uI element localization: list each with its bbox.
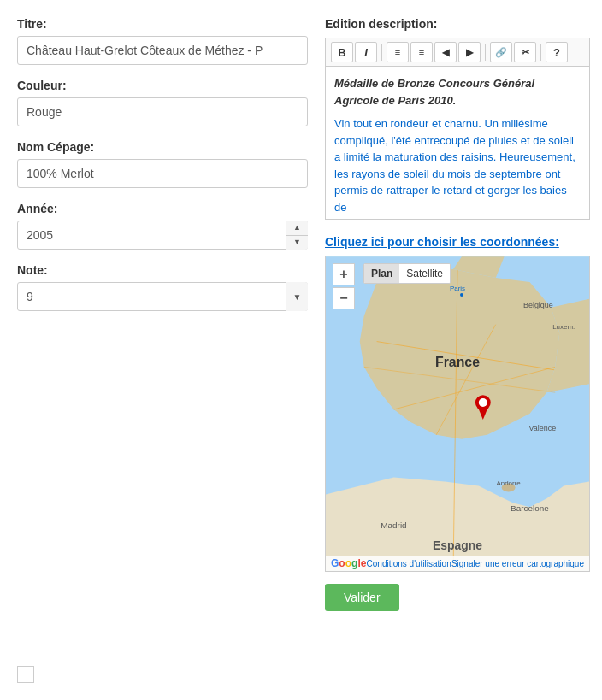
right-column: Edition description: B I ≡ ≡ ◀ ▶ 🔗 ✂ ? M…	[325, 17, 590, 611]
svg-text:Valence: Valence	[529, 424, 557, 432]
zoom-in-button[interactable]: +	[333, 263, 355, 285]
svg-text:Barcelone: Barcelone	[511, 503, 549, 513]
map-satellite-button[interactable]: Satellite	[399, 264, 450, 283]
annee-field-group: Année: ▲ ▼	[17, 202, 308, 250]
note-select-wrap: 1 2 3 4 5 6 7 8 9 10 ▼	[17, 282, 308, 311]
annee-increment-button[interactable]: ▲	[286, 221, 308, 236]
map-svg: France Belgique Luxem. Andorre Barcelone…	[326, 256, 589, 571]
map-plan-button[interactable]: Plan	[364, 264, 399, 283]
edition-title: Edition description:	[325, 17, 590, 31]
editor-normal-text: Vin tout en rondeur et charnu. Un millés…	[334, 115, 581, 215]
left-column: Titre: Couleur: Nom Cépage: Année: ▲ ▼ N…	[17, 17, 308, 325]
svg-point-20	[460, 293, 463, 297]
annee-decrement-button[interactable]: ▼	[286, 236, 308, 250]
toolbar-separator-2	[485, 44, 486, 61]
unordered-list-button[interactable]: ≡	[410, 42, 433, 62]
cepage-field-group: Nom Cépage:	[17, 140, 308, 188]
cepage-input[interactable]	[17, 159, 308, 188]
titre-input[interactable]	[17, 36, 308, 65]
coords-title[interactable]: Cliquez ici pour choisir les coordonnées…	[325, 235, 590, 249]
editor-content[interactable]: Médaille de Bronze Concours Général Agri…	[325, 66, 590, 220]
note-select[interactable]: 1 2 3 4 5 6 7 8 9 10	[17, 282, 308, 311]
validate-button[interactable]: Valider	[325, 584, 399, 611]
map-conditions-link[interactable]: Conditions d'utilisation	[367, 559, 452, 568]
couleur-field-group: Couleur:	[17, 79, 308, 126]
couleur-input[interactable]	[17, 97, 308, 126]
bold-button[interactable]: B	[331, 42, 353, 62]
map-container[interactable]: France Belgique Luxem. Andorre Barcelone…	[325, 256, 590, 572]
footer-decoration	[17, 666, 34, 683]
svg-text:Paris: Paris	[450, 285, 465, 292]
google-logo: Google	[331, 557, 366, 569]
svg-text:France: France	[435, 355, 480, 369]
map-error-link[interactable]: Signaler une erreur cartographique	[452, 559, 584, 568]
annee-spinner-buttons: ▲ ▼	[286, 221, 308, 250]
map-footer: Google Conditions d'utilisation Signaler…	[326, 556, 589, 571]
svg-text:Andorre: Andorre	[496, 479, 521, 487]
svg-text:Espagne: Espagne	[433, 538, 482, 552]
cepage-label: Nom Cépage:	[17, 140, 308, 154]
note-field-group: Note: 1 2 3 4 5 6 7 8 9 10 ▼	[17, 263, 308, 311]
svg-point-23	[479, 398, 487, 407]
annee-input[interactable]	[17, 221, 308, 250]
map-controls: + −	[333, 263, 355, 311]
annee-label: Année:	[17, 202, 308, 215]
couleur-label: Couleur:	[17, 79, 308, 92]
italic-button[interactable]: I	[355, 42, 377, 62]
ordered-list-button[interactable]: ≡	[387, 42, 409, 62]
annee-spinner: ▲ ▼	[17, 221, 308, 250]
link-button[interactable]: 🔗	[490, 42, 512, 62]
indent-button[interactable]: ▶	[458, 42, 481, 62]
editor-bold-text: Médaille de Bronze Concours Général Agri…	[334, 75, 581, 109]
editor-toolbar: B I ≡ ≡ ◀ ▶ 🔗 ✂ ?	[325, 38, 590, 66]
svg-text:Madrid: Madrid	[381, 521, 406, 530]
toolbar-separator-1	[381, 44, 382, 61]
toolbar-separator-3	[540, 44, 541, 61]
svg-text:Luxem.: Luxem.	[552, 323, 575, 331]
map-type-toggle: Plan Satellite	[363, 263, 451, 284]
titre-label: Titre:	[17, 17, 308, 31]
outdent-button[interactable]: ◀	[434, 42, 457, 62]
note-label: Note:	[17, 263, 308, 277]
svg-text:Belgique: Belgique	[523, 301, 553, 309]
zoom-out-button[interactable]: −	[333, 287, 355, 309]
titre-field-group: Titre:	[17, 17, 308, 65]
help-button[interactable]: ?	[546, 42, 568, 62]
unlink-button[interactable]: ✂	[514, 42, 536, 62]
